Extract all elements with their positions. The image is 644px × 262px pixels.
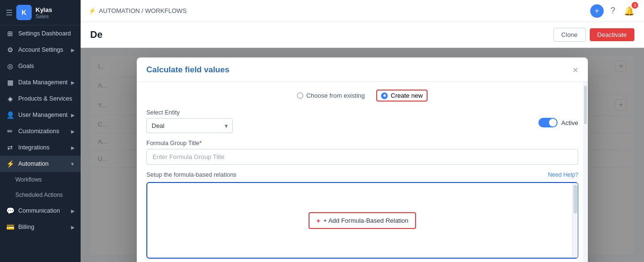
- select-entity-label: Select Entity: [146, 109, 233, 116]
- app-title: Kylas: [36, 6, 52, 13]
- data-management-icon: ▦: [6, 79, 14, 86]
- customizations-icon: ✏: [6, 127, 14, 135]
- sidebar-item-billing[interactable]: 💳 Billing ▶: [0, 219, 81, 235]
- choose-existing-label: Choose from existing: [306, 92, 365, 99]
- modal-scrollbar-thumb: [584, 86, 587, 124]
- sidebar-item-label: Data Management: [18, 79, 68, 86]
- deactivate-button[interactable]: Deactivate: [590, 28, 634, 41]
- sidebar: ☰ K Kylas Sales ⊞ Settings Dashboard ⚙ A…: [0, 0, 81, 262]
- toggle-knob: [549, 119, 557, 126]
- entity-active-row: Select Entity Deal ▼: [146, 109, 578, 133]
- sidebar-item-integrations[interactable]: ⇄ Integrations ▶: [0, 139, 81, 156]
- sidebar-item-label: Account Settings: [18, 46, 63, 53]
- sidebar-item-communication[interactable]: 💬 Communication ▶: [0, 203, 81, 219]
- create-new-option[interactable]: Create new: [376, 90, 427, 102]
- add-relation-label: + Add Formula-Based Relation: [323, 217, 408, 224]
- calculate-field-values-modal: Calculate field values × Choose from exi…: [137, 57, 588, 262]
- radio-options-row: Choose from existing Create new: [146, 90, 578, 102]
- entity-select[interactable]: Deal: [146, 118, 233, 133]
- active-toggle-group: Active: [538, 109, 578, 127]
- formula-box: + + Add Formula-Based Relation: [146, 182, 578, 259]
- formula-group-title-field: Formula Group Title*: [146, 140, 578, 165]
- sidebar-item-settings-dashboard[interactable]: ⊞ Settings Dashboard: [0, 25, 81, 42]
- active-toggle-label: Active: [561, 119, 578, 126]
- notification-badge: 3: [632, 2, 638, 9]
- topbar-actions: + ? 🔔 3: [590, 4, 636, 18]
- sidebar-item-user-management[interactable]: 👤 User Management ▶: [0, 107, 81, 123]
- choose-existing-option[interactable]: Choose from existing: [297, 90, 365, 102]
- breadcrumb: ⚡ AUTOMATION / WORKFLOWS: [88, 7, 187, 14]
- page-content: I... + A... Y... + C... A... U...: [81, 48, 644, 262]
- sidebar-item-label: Goals: [18, 63, 34, 69]
- create-new-label: Create new: [391, 92, 422, 99]
- plus-icon: +: [316, 216, 321, 225]
- sidebar-item-workflows[interactable]: Workflows: [0, 172, 81, 187]
- sidebar-item-label: Products & Services: [18, 95, 72, 102]
- app-subtitle: Sales: [36, 13, 52, 19]
- help-icon[interactable]: ?: [608, 4, 617, 18]
- formula-section: Setup the formula-based relations Need H…: [146, 171, 578, 259]
- sidebar-item-label: Settings Dashboard: [18, 30, 71, 37]
- chevron-right-icon: ▶: [71, 208, 75, 214]
- scrollbar-thumb: [573, 185, 577, 214]
- chevron-right-icon: ▶: [71, 145, 75, 150]
- goals-icon: ◎: [6, 62, 14, 70]
- billing-icon: 💳: [6, 223, 14, 231]
- user-management-icon: 👤: [6, 111, 14, 119]
- choose-existing-radio[interactable]: [297, 92, 303, 99]
- sidebar-item-label: Scheduled Actions: [15, 192, 63, 198]
- settings-dashboard-icon: ⊞: [6, 30, 14, 37]
- sidebar-item-customizations[interactable]: ✏ Customizations ▶: [0, 123, 81, 139]
- automation-icon: ⚡: [6, 160, 14, 168]
- page-header-actions: Clone Deactivate: [553, 28, 634, 42]
- sidebar-header: ☰ K Kylas Sales: [0, 0, 81, 25]
- clone-button[interactable]: Clone: [553, 28, 586, 42]
- sidebar-item-scheduled-actions[interactable]: Scheduled Actions: [0, 187, 81, 203]
- modal-body-scrollbar[interactable]: [583, 82, 588, 262]
- add-formula-relation-button[interactable]: + + Add Formula-Based Relation: [309, 212, 416, 229]
- products-icon: ◈: [6, 95, 14, 103]
- chevron-right-icon: ▶: [71, 113, 75, 118]
- hamburger-icon[interactable]: ☰: [6, 8, 12, 17]
- modal-body: Choose from existing Create new Select E…: [137, 82, 588, 262]
- sidebar-item-data-management[interactable]: ▦ Data Management ▶: [0, 74, 81, 91]
- topbar: ⚡ AUTOMATION / WORKFLOWS + ? 🔔 3: [81, 0, 644, 22]
- notifications-bell[interactable]: 🔔 3: [622, 4, 636, 18]
- main-content: ⚡ AUTOMATION / WORKFLOWS + ? 🔔 3 De Clon…: [81, 0, 644, 262]
- sidebar-item-label: Customizations: [18, 128, 59, 135]
- entity-select-wrapper: Deal ▼: [146, 118, 233, 133]
- sidebar-item-label: Workflows: [15, 176, 42, 183]
- automation-breadcrumb-icon: ⚡: [88, 7, 96, 14]
- page-title: De: [90, 29, 103, 40]
- select-entity-field: Select Entity Deal ▼: [146, 109, 233, 133]
- chevron-right-icon: ▶: [71, 225, 75, 230]
- formula-header: Setup the formula-based relations Need H…: [146, 171, 578, 178]
- sidebar-logo: K: [16, 5, 32, 20]
- page-header: De Clone Deactivate: [81, 22, 644, 48]
- sidebar-item-products-services[interactable]: ◈ Products & Services: [0, 91, 81, 107]
- sidebar-item-account-settings[interactable]: ⚙ Account Settings ▶: [0, 42, 81, 58]
- formula-scrollbar[interactable]: [572, 183, 578, 258]
- need-help-link[interactable]: Need Help?: [548, 171, 578, 178]
- sidebar-item-label: Communication: [18, 207, 60, 214]
- formula-group-title-label: Formula Group Title*: [146, 140, 578, 147]
- chevron-right-icon: ▶: [71, 47, 75, 53]
- integrations-icon: ⇄: [6, 144, 14, 151]
- sidebar-item-label: Automation: [18, 160, 48, 167]
- modal-close-button[interactable]: ×: [572, 65, 578, 75]
- sidebar-item-automation[interactable]: ⚡ Automation ▼: [0, 156, 81, 172]
- modal-header: Calculate field values ×: [137, 57, 588, 82]
- modal-title: Calculate field values: [146, 65, 229, 75]
- active-toggle-switch[interactable]: [538, 118, 558, 127]
- sidebar-item-goals[interactable]: ◎ Goals: [0, 58, 81, 74]
- chevron-right-icon: ▶: [71, 80, 75, 85]
- breadcrumb-text: AUTOMATION / WORKFLOWS: [99, 7, 187, 14]
- sidebar-item-label: Integrations: [18, 144, 49, 151]
- chevron-down-icon: ▼: [70, 161, 75, 167]
- sidebar-item-label: Billing: [18, 224, 34, 230]
- app-name: Kylas Sales: [36, 6, 52, 19]
- chevron-right-icon: ▶: [71, 129, 75, 134]
- communication-icon: 💬: [6, 207, 14, 215]
- add-button[interactable]: +: [590, 4, 604, 18]
- formula-group-title-input[interactable]: [146, 149, 578, 165]
